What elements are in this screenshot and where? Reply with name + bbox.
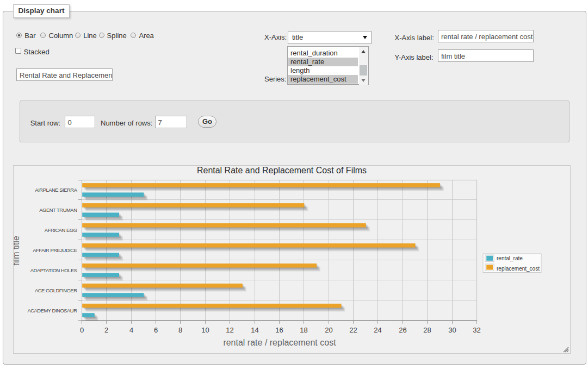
svg-text:4: 4	[129, 326, 133, 334]
svg-text:ADAPTATION HOLES: ADAPTATION HOLES	[30, 267, 77, 273]
svg-text:replacement_cost: replacement_cost	[497, 266, 540, 272]
svg-text:26: 26	[399, 326, 406, 334]
svg-text:0: 0	[80, 326, 84, 334]
svg-text:ACADEMY DINOSAUR: ACADEMY DINOSAUR	[27, 308, 77, 313]
svg-text:10: 10	[201, 326, 209, 334]
svg-text:12: 12	[226, 326, 233, 334]
svg-text:Rental Rate and Replacement Co: Rental Rate and Replacement Cost of Film…	[197, 166, 367, 175]
svg-text:16: 16	[275, 326, 283, 334]
svg-text:AFFAIR PREJUDICE: AFFAIR PREJUDICE	[33, 247, 77, 253]
svg-text:14: 14	[251, 326, 258, 334]
svg-text:28: 28	[423, 326, 431, 334]
svg-text:film title: film title	[14, 236, 21, 265]
svg-text:22: 22	[349, 326, 357, 334]
svg-text:AIRPLANE SIERRA: AIRPLANE SIERRA	[35, 187, 77, 193]
svg-text:rental_rate: rental_rate	[497, 255, 523, 261]
svg-text:rental rate / replacement cost: rental rate / replacement cost	[223, 338, 336, 347]
svg-text:18: 18	[300, 326, 307, 334]
svg-text:8: 8	[178, 326, 182, 334]
svg-text:32: 32	[473, 326, 480, 334]
svg-text:20: 20	[325, 326, 332, 334]
svg-text:AGENT TRUMAN: AGENT TRUMAN	[39, 207, 77, 213]
svg-text:2: 2	[104, 326, 108, 334]
svg-text:ACE GOLDFINGER: ACE GOLDFINGER	[35, 287, 77, 293]
svg-text:6: 6	[154, 326, 158, 334]
svg-text:24: 24	[374, 326, 381, 334]
svg-text:AFRICAN EGG: AFRICAN EGG	[45, 227, 77, 233]
svg-text:30: 30	[448, 326, 456, 334]
